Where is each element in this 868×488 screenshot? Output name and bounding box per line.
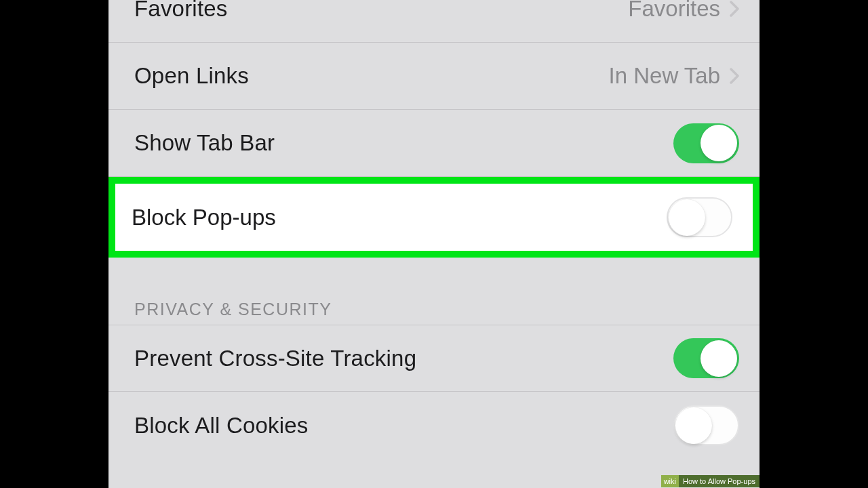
row-block-cookies: Block All Cookies — [108, 392, 760, 459]
favorites-label: Favorites — [134, 0, 628, 22]
privacy-section-header: PRIVACY & SECURITY — [108, 300, 760, 325]
settings-screen: Favorites Favorites Open Links In New Ta… — [108, 0, 760, 488]
toggle-knob — [701, 340, 737, 377]
row-show-tab-bar: Show Tab Bar — [108, 110, 760, 177]
watermark-title: How to Allow Pop-ups — [679, 475, 760, 487]
row-favorites[interactable]: Favorites Favorites — [108, 0, 760, 43]
block-popups-label: Block Pop-ups — [132, 205, 667, 230]
settings-list: Favorites Favorites Open Links In New Ta… — [108, 0, 760, 459]
open-links-label: Open Links — [134, 63, 609, 89]
block-popups-toggle[interactable] — [667, 197, 732, 237]
prevent-tracking-toggle[interactable] — [673, 338, 739, 378]
toggle-knob — [675, 407, 712, 444]
row-block-popups: Block Pop-ups — [115, 184, 753, 251]
block-cookies-label: Block All Cookies — [134, 413, 673, 439]
show-tab-bar-toggle[interactable] — [673, 123, 739, 163]
open-links-value: In New Tab — [609, 63, 720, 89]
block-popups-highlight: Block Pop-ups — [108, 177, 760, 258]
row-prevent-tracking: Prevent Cross-Site Tracking — [108, 325, 760, 392]
show-tab-bar-label: Show Tab Bar — [134, 130, 673, 156]
toggle-knob — [701, 125, 737, 161]
watermark-brand: wiki — [661, 475, 679, 487]
row-open-links[interactable]: Open Links In New Tab — [108, 43, 760, 110]
chevron-right-icon — [730, 1, 739, 17]
favorites-value: Favorites — [628, 0, 720, 22]
watermark: wiki How to Allow Pop-ups — [661, 474, 760, 488]
prevent-tracking-label: Prevent Cross-Site Tracking — [134, 346, 673, 371]
section-gap — [108, 258, 760, 300]
toggle-knob — [669, 199, 705, 236]
chevron-right-icon — [730, 68, 739, 84]
block-cookies-toggle[interactable] — [673, 405, 739, 445]
